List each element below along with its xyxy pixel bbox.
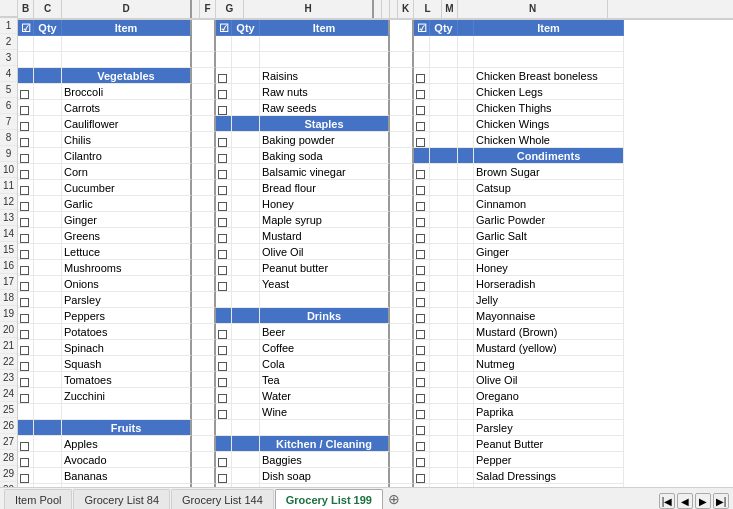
checkbox-cell[interactable] (414, 276, 430, 292)
checkbox-cell[interactable] (216, 292, 232, 308)
checkbox-cell[interactable] (216, 212, 232, 228)
table-row: MushroomsPeanut butterHoney (18, 260, 733, 276)
checkbox-cell[interactable] (18, 212, 34, 228)
checkbox-cell[interactable] (414, 148, 430, 164)
checkbox-cell[interactable] (18, 148, 34, 164)
checkbox-cell[interactable] (18, 308, 34, 324)
checkbox-cell[interactable] (216, 420, 232, 436)
checkbox-cell[interactable] (18, 244, 34, 260)
checkbox-cell[interactable] (18, 260, 34, 276)
tab-item-pool[interactable]: Item Pool (4, 489, 72, 509)
checkbox-cell[interactable] (414, 180, 430, 196)
checkbox-cell[interactable] (414, 436, 430, 452)
checkbox-cell[interactable] (18, 452, 34, 468)
checkbox-cell[interactable] (18, 68, 34, 84)
checkbox-cell[interactable] (414, 84, 430, 100)
checkbox-cell[interactable] (18, 100, 34, 116)
checkbox-cell[interactable] (216, 276, 232, 292)
checkbox-cell[interactable] (414, 260, 430, 276)
checkbox-cell[interactable] (414, 36, 430, 52)
checkbox-cell[interactable] (414, 164, 430, 180)
item-cell: Oregano (474, 388, 624, 404)
tab-nav-first[interactable]: |◀ (659, 493, 675, 509)
checkbox-cell[interactable] (414, 452, 430, 468)
checkbox-cell[interactable] (18, 292, 34, 308)
checkbox-cell[interactable] (18, 180, 34, 196)
checkbox-cell[interactable] (414, 116, 430, 132)
checkbox-cell[interactable] (414, 68, 430, 84)
checkbox-cell[interactable] (18, 324, 34, 340)
tab-nav-next[interactable]: ▶ (695, 493, 711, 509)
checkbox-cell[interactable] (216, 340, 232, 356)
checkbox-cell[interactable] (18, 388, 34, 404)
checkbox-cell[interactable] (18, 84, 34, 100)
checkbox-cell[interactable] (414, 100, 430, 116)
checkbox-cell[interactable] (18, 340, 34, 356)
checkbox-cell[interactable] (414, 340, 430, 356)
checkbox-cell[interactable] (216, 180, 232, 196)
checkbox-cell[interactable] (216, 388, 232, 404)
checkbox-cell[interactable] (18, 356, 34, 372)
item-cell: Bananas (62, 468, 192, 484)
checkbox-cell[interactable] (216, 372, 232, 388)
checkbox-cell[interactable] (414, 388, 430, 404)
checkbox-cell[interactable] (216, 148, 232, 164)
tab-bar: Item PoolGrocery List 84Grocery List 144… (0, 487, 733, 509)
checkbox-cell[interactable] (216, 132, 232, 148)
checkbox-cell[interactable] (18, 132, 34, 148)
checkbox-cell[interactable] (18, 404, 34, 420)
checkbox-cell[interactable] (414, 308, 430, 324)
checkbox-cell[interactable] (414, 52, 430, 68)
checkbox-cell[interactable] (216, 468, 232, 484)
checkbox-cell[interactable] (18, 164, 34, 180)
tab-grocery-list-199[interactable]: Grocery List 199 (275, 489, 383, 509)
checkbox-cell[interactable] (18, 372, 34, 388)
checkbox-cell[interactable] (216, 116, 232, 132)
checkbox-cell[interactable] (414, 212, 430, 228)
checkbox-cell[interactable] (216, 260, 232, 276)
checkbox-cell[interactable] (216, 436, 232, 452)
checkbox-cell[interactable] (216, 452, 232, 468)
checkbox-cell[interactable] (414, 132, 430, 148)
checkbox-cell[interactable] (18, 36, 34, 52)
tab-nav-prev[interactable]: ◀ (677, 493, 693, 509)
checkbox-cell[interactable] (414, 228, 430, 244)
checkbox-cell[interactable] (18, 468, 34, 484)
checkbox-cell[interactable] (216, 324, 232, 340)
checkbox-cell[interactable] (216, 308, 232, 324)
checkbox-cell[interactable] (414, 468, 430, 484)
checkbox-cell[interactable] (216, 356, 232, 372)
checkbox-cell[interactable] (216, 244, 232, 260)
checkbox-cell[interactable] (18, 116, 34, 132)
checkbox-cell[interactable] (414, 356, 430, 372)
tab-grocery-list-144[interactable]: Grocery List 144 (171, 489, 274, 509)
checkbox-cell[interactable] (414, 292, 430, 308)
checkbox-cell[interactable] (216, 68, 232, 84)
checkbox-cell[interactable] (414, 324, 430, 340)
checkbox-cell[interactable] (18, 420, 34, 436)
checkbox-cell[interactable] (216, 84, 232, 100)
checkbox-cell[interactable] (414, 420, 430, 436)
checkbox-cell[interactable] (216, 196, 232, 212)
checkbox-cell[interactable] (18, 276, 34, 292)
checkbox-cell[interactable] (18, 196, 34, 212)
checkbox-cell[interactable] (216, 404, 232, 420)
table-row: ZucchiniWaterOregano (18, 388, 733, 404)
row-numbers: 1234567891011121314151617181920212223242… (0, 0, 18, 487)
checkbox-cell[interactable] (216, 52, 232, 68)
add-tab-button[interactable]: ⊕ (384, 489, 404, 509)
checkbox-cell[interactable] (414, 404, 430, 420)
tab-nav-last[interactable]: ▶| (713, 493, 729, 509)
checkbox-cell[interactable] (216, 164, 232, 180)
col-headers: B C D F G H K L M N (18, 0, 733, 20)
tab-grocery-list-84[interactable]: Grocery List 84 (73, 489, 170, 509)
checkbox-cell[interactable] (414, 196, 430, 212)
checkbox-cell[interactable] (414, 244, 430, 260)
checkbox-cell[interactable] (216, 36, 232, 52)
checkbox-cell[interactable] (216, 100, 232, 116)
checkbox-cell[interactable] (414, 372, 430, 388)
checkbox-cell[interactable] (18, 228, 34, 244)
checkbox-cell[interactable] (18, 52, 34, 68)
checkbox-cell[interactable] (18, 436, 34, 452)
checkbox-cell[interactable] (216, 228, 232, 244)
